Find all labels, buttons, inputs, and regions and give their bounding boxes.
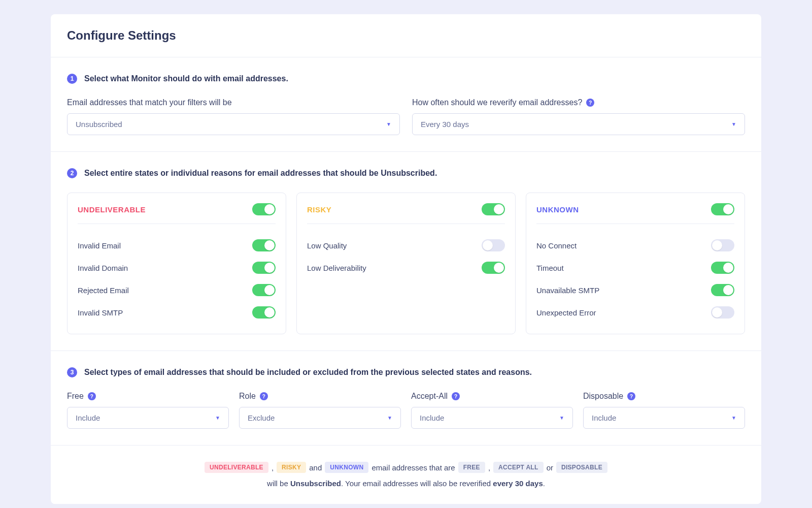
toggle-reason[interactable] [711,306,734,319]
field-label: How often should we reverify email addre… [412,98,745,107]
toggle-reason[interactable] [482,262,505,274]
reason-row: Unavailable SMTP [536,279,734,301]
toggle-state-unknown[interactable] [711,203,734,215]
select-type-role[interactable]: Exclude▼ [239,407,401,429]
summary-text: , [272,463,274,472]
reason-row: Invalid Email [78,234,276,257]
step-header-3: 3 Select types of email addresses that s… [67,367,745,377]
help-icon[interactable]: ? [627,392,635,400]
summary-text: , [488,463,490,472]
state-card-unknown: UNKNOWNNo ConnectTimeoutUnavailable SMTP… [526,193,745,334]
chevron-down-icon: ▼ [387,415,392,421]
step-title: Select what Monitor should do with email… [84,74,288,83]
step-title: Select types of email addresses that sho… [84,368,532,377]
toggle-state-undeliverable[interactable] [252,203,276,215]
card-header: Configure Settings [51,14,761,57]
summary-line-1: UNDELIVERABLE,RISKYandUNKNOWNemail addre… [67,462,745,473]
chevron-down-icon: ▼ [731,415,736,421]
select-type-disposable[interactable]: Include▼ [583,407,745,429]
field-type-disposable: Disposable?Include▼ [583,392,745,429]
toggle-reason[interactable] [711,284,734,296]
toggle-knob [723,263,733,273]
reason-label: Low Deliverability [307,264,366,272]
toggle-reason[interactable] [482,239,505,251]
settings-card: Configure Settings 1 Select what Monitor… [51,14,761,504]
field-label: Accept-All? [411,392,573,401]
step-header-2: 2 Select entire states or individual rea… [67,168,745,178]
toggle-knob [723,285,733,295]
state-title: RISKY [307,205,331,214]
summary-tag: RISKY [277,462,306,473]
field-type-accept-all: Accept-All?Include▼ [411,392,573,429]
summary-text: email addresses that are [371,463,455,472]
reason-label: Invalid SMTP [78,308,123,317]
toggle-reason[interactable] [252,239,276,251]
section-step-2: 2 Select entire states or individual rea… [51,152,761,351]
reason-label: Unavailable SMTP [536,286,599,295]
step-number-badge: 2 [67,168,77,178]
field-filter-action: Email addresses that match your filters … [67,98,400,135]
help-icon[interactable]: ? [452,392,460,400]
toggle-knob [494,263,504,273]
summary-line-2: will be Unsubscribed. Your email address… [67,479,745,488]
field-label: Free? [67,392,229,401]
select-type-accept-all[interactable]: Include▼ [411,407,573,429]
select-value: Include [420,414,444,422]
select-value: Every 30 days [421,120,469,129]
types-row: Free?Include▼Role?Exclude▼Accept-All?Inc… [67,392,745,429]
reason-label: Invalid Domain [78,264,128,272]
help-icon[interactable]: ? [586,99,594,107]
toggle-knob [712,240,722,250]
select-value: Include [76,414,100,422]
select-reverify-interval[interactable]: Every 30 days ▼ [412,113,745,135]
help-icon[interactable]: ? [88,392,96,400]
select-filter-action[interactable]: Unsubscribed ▼ [67,113,400,135]
toggle-knob [264,285,275,295]
select-value: Unsubscribed [76,120,122,129]
step-title: Select entire states or individual reaso… [84,169,437,178]
chevron-down-icon: ▼ [386,121,391,127]
reason-row: Low Deliverability [307,257,505,279]
section-step-3: 3 Select types of email addresses that s… [51,351,761,446]
chevron-down-icon: ▼ [731,121,736,127]
reason-label: No Connect [536,241,577,250]
state-title: UNDELIVERABLE [78,205,146,214]
summary-tag: DISPOSABLE [556,462,607,473]
select-value: Include [592,414,616,422]
step-number-badge: 1 [67,74,77,84]
toggle-knob [723,204,733,214]
summary-tag: ACCEPT ALL [493,462,544,473]
reason-label: Low Quality [307,241,347,250]
chevron-down-icon: ▼ [215,415,220,421]
summary-tag: UNKNOWN [325,462,368,473]
summary-text: or [547,463,553,472]
reason-row: Invalid Domain [78,257,276,279]
state-card-header: RISKY [307,203,505,224]
field-type-role: Role?Exclude▼ [239,392,401,429]
select-type-free[interactable]: Include▼ [67,407,229,429]
toggle-reason[interactable] [252,284,276,296]
field-type-free: Free?Include▼ [67,392,229,429]
state-card-header: UNDELIVERABLE [78,203,276,224]
toggle-knob [264,204,275,214]
state-card-header: UNKNOWN [536,203,734,224]
toggle-reason[interactable] [252,306,276,319]
toggle-knob [483,240,493,250]
summary-tag: UNDELIVERABLE [205,462,268,473]
field-label: Email addresses that match your filters … [67,98,400,107]
step-header-1: 1 Select what Monitor should do with ema… [67,74,745,84]
toggle-reason[interactable] [711,262,734,274]
toggle-reason[interactable] [711,239,734,251]
summary: UNDELIVERABLE,RISKYandUNKNOWNemail addre… [51,446,761,504]
toggle-knob [712,307,722,318]
reason-label: Unexpected Error [536,308,596,317]
reason-row: Low Quality [307,234,505,257]
toggle-reason[interactable] [252,262,276,274]
toggle-knob [264,307,275,318]
help-icon[interactable]: ? [260,392,268,400]
toggle-knob [264,240,275,250]
reason-label: Rejected Email [78,286,129,295]
select-value: Exclude [248,414,275,422]
toggle-state-risky[interactable] [482,203,505,215]
step-number-badge: 3 [67,367,77,377]
